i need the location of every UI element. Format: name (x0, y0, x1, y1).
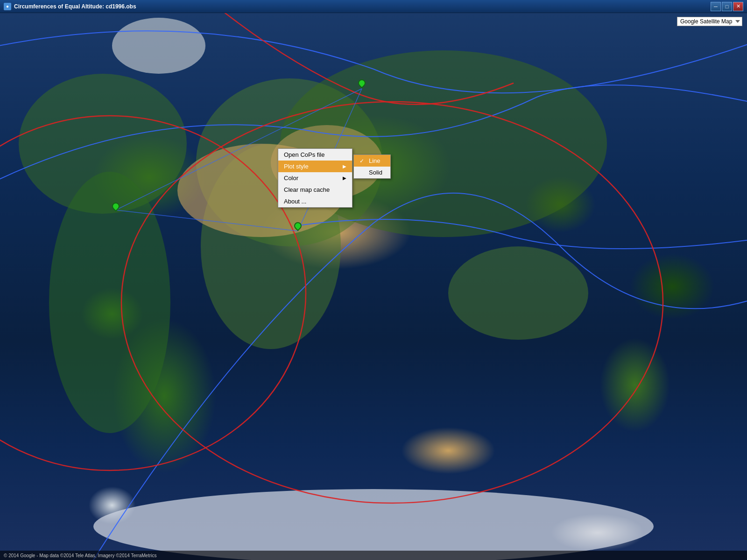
svg-point-9 (112, 18, 205, 74)
menu-plot-style[interactable]: Plot style ▶ (278, 161, 352, 172)
map-overlay-svg (0, 13, 747, 560)
statusbar: © 2014 Google - Map data ©2014 Tele Atla… (0, 551, 747, 560)
line-check: ✓ (359, 158, 366, 164)
map-type-dropdown[interactable]: Google Satellite Map Google Road Map Goo… (677, 17, 742, 26)
titlebar-left: ● Circumferences of Equal Altitude: cd19… (4, 3, 136, 10)
app-icon: ● (4, 3, 11, 10)
maximize-button[interactable]: □ (722, 2, 732, 11)
pin-2 (112, 203, 120, 213)
pin-1 (358, 79, 366, 90)
map-type-select[interactable]: Google Satellite Map Google Road Map Goo… (677, 17, 742, 26)
menu-clear-cache[interactable]: Clear map cache (278, 184, 352, 196)
menu-open-cops[interactable]: Open CoPs file (278, 149, 352, 161)
menu-color[interactable]: Color ▶ (278, 172, 352, 184)
minimize-button[interactable]: ─ (711, 2, 721, 11)
submenu-solid[interactable]: Solid (354, 167, 390, 178)
plot-style-submenu: ✓ Line Solid (353, 154, 391, 179)
plot-style-arrow: ▶ (343, 164, 346, 169)
svg-point-8 (93, 489, 654, 560)
submenu-line[interactable]: ✓ Line (354, 155, 390, 167)
pin-3 (294, 222, 302, 232)
titlebar: ● Circumferences of Equal Altitude: cd19… (0, 0, 747, 13)
context-menu: Open CoPs file Plot style ▶ Color ▶ Clea… (278, 148, 352, 208)
statusbar-text: © 2014 Google - Map data ©2014 Tele Atla… (4, 553, 156, 558)
map-container[interactable]: Google Satellite Map Google Road Map Goo… (0, 13, 747, 560)
close-button[interactable]: ✕ (733, 2, 743, 11)
color-arrow: ▶ (343, 175, 346, 181)
svg-point-5 (448, 246, 588, 340)
window-title: Circumferences of Equal Altitude: cd1996… (14, 3, 136, 10)
svg-point-4 (49, 172, 170, 433)
menu-about[interactable]: About ... (278, 196, 352, 207)
window-controls: ─ □ ✕ (711, 2, 743, 11)
